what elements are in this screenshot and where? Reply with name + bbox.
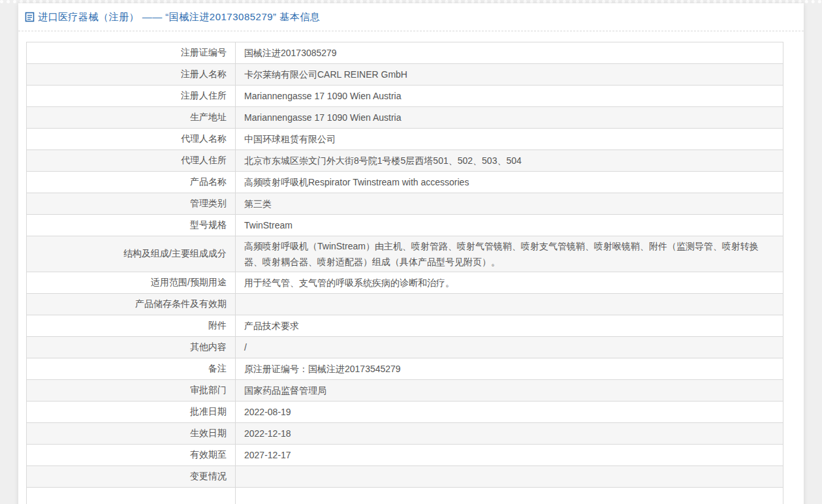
row-value: 高频喷射呼吸机（TwinStream）由主机、喷射管路、喷射气管镜鞘、喷射支气管… xyxy=(236,236,783,272)
row-value: 卡尔莱纳有限公司CARL REINER GmbH xyxy=(236,64,783,86)
row-value xyxy=(236,488,783,504)
row-label: 其他内容 xyxy=(27,337,236,358)
row-value: 2022-12-18 xyxy=(236,423,783,445)
row-label: 适用范围/预期用途 xyxy=(27,272,236,294)
row-value: Mariannengasse 17 1090 Wien Austria xyxy=(236,107,783,129)
row-value: 2027-12-17 xyxy=(236,445,783,466)
table-row: 代理人名称中国环球租赁有限公司 xyxy=(27,129,783,150)
row-value: / xyxy=(236,337,783,358)
panel-header: 进口医疗器械（注册） —— “国械注进20173085279” 基本信息 xyxy=(18,3,804,31)
table-row: 管理类别第三类 xyxy=(27,193,783,215)
table-row: 备注原注册证编号：国械注进20173545279 xyxy=(27,358,783,380)
row-value: Mariannengasse 17 1090 Wien Austria xyxy=(236,86,783,107)
row-value: 第三类 xyxy=(236,193,783,215)
row-label: 注册人名称 xyxy=(27,64,236,86)
table-row: 结构及组成/主要组成成分高频喷射呼吸机（TwinStream）由主机、喷射管路、… xyxy=(27,236,783,272)
table-row: 注册人住所Mariannengasse 17 1090 Wien Austria xyxy=(27,86,783,107)
row-label: 有效期至 xyxy=(27,445,236,466)
row-label xyxy=(27,488,236,504)
row-value: 国家药品监督管理局 xyxy=(236,380,783,402)
table-row xyxy=(27,488,783,504)
table-row: 注册人名称卡尔莱纳有限公司CARL REINER GmbH xyxy=(27,64,783,86)
table-row: 审批部门国家药品监督管理局 xyxy=(27,380,783,402)
table-row: 产品储存条件及有效期 xyxy=(27,294,783,315)
row-label: 产品名称 xyxy=(27,172,236,193)
document-icon xyxy=(25,12,35,22)
row-value: 中国环球租赁有限公司 xyxy=(236,129,783,150)
table-row: 型号规格TwinStream xyxy=(27,215,783,236)
row-label: 审批部门 xyxy=(27,380,236,402)
row-value: 原注册证编号：国械注进20173545279 xyxy=(236,358,783,380)
row-label: 代理人名称 xyxy=(27,129,236,150)
table-row: 生产地址Mariannengasse 17 1090 Wien Austria xyxy=(27,107,783,129)
table-row: 产品名称高频喷射呼吸机Respirator Twinstream with ac… xyxy=(27,172,783,193)
row-label: 附件 xyxy=(27,315,236,337)
row-label: 备注 xyxy=(27,358,236,380)
row-value: 高频喷射呼吸机Respirator Twinstream with access… xyxy=(236,172,783,193)
row-label: 代理人住所 xyxy=(27,150,236,172)
page-title: 进口医疗器械（注册） —— “国械注进20173085279” 基本信息 xyxy=(38,11,320,24)
row-label: 注册人住所 xyxy=(27,86,236,107)
row-label: 注册证编号 xyxy=(27,42,236,64)
row-label: 变更情况 xyxy=(27,466,236,488)
row-label: 批准日期 xyxy=(27,402,236,423)
row-value xyxy=(236,294,783,315)
row-value xyxy=(236,466,783,488)
table-row: 变更情况 xyxy=(27,466,783,488)
content-panel: 进口医疗器械（注册） —— “国械注进20173085279” 基本信息 注册证… xyxy=(18,3,804,504)
table-row: 适用范围/预期用途用于经气管、支气管的呼吸系统疾病的诊断和治疗。 xyxy=(27,272,783,294)
row-label: 型号规格 xyxy=(27,215,236,236)
row-value: 用于经气管、支气管的呼吸系统疾病的诊断和治疗。 xyxy=(236,272,783,294)
table-row: 生效日期2022-12-18 xyxy=(27,423,783,445)
table-row: 代理人住所北京市东城区崇文门外大街8号院1号楼5层西塔501、502、503、5… xyxy=(27,150,783,172)
row-label: 生效日期 xyxy=(27,423,236,445)
registration-info-table: 注册证编号国械注进20173085279注册人名称卡尔莱纳有限公司CARL RE… xyxy=(26,42,783,504)
table-row: 注册证编号国械注进20173085279 xyxy=(27,42,783,64)
row-label: 管理类别 xyxy=(27,193,236,215)
row-value: TwinStream xyxy=(236,215,783,236)
row-label: 结构及组成/主要组成成分 xyxy=(27,236,236,272)
table-container: 注册证编号国械注进20173085279注册人名称卡尔莱纳有限公司CARL RE… xyxy=(18,31,804,504)
table-row: 批准日期2022-08-19 xyxy=(27,402,783,423)
table-row: 其他内容/ xyxy=(27,337,783,358)
table-row: 有效期至2027-12-17 xyxy=(27,445,783,466)
row-value: 2022-08-19 xyxy=(236,402,783,423)
table-row: 附件产品技术要求 xyxy=(27,315,783,337)
row-value: 北京市东城区崇文门外大街8号院1号楼5层西塔501、502、503、504 xyxy=(236,150,783,172)
row-label: 生产地址 xyxy=(27,107,236,129)
row-value: 国械注进20173085279 xyxy=(236,42,783,64)
row-value: 产品技术要求 xyxy=(236,315,783,337)
row-label: 产品储存条件及有效期 xyxy=(27,294,236,315)
